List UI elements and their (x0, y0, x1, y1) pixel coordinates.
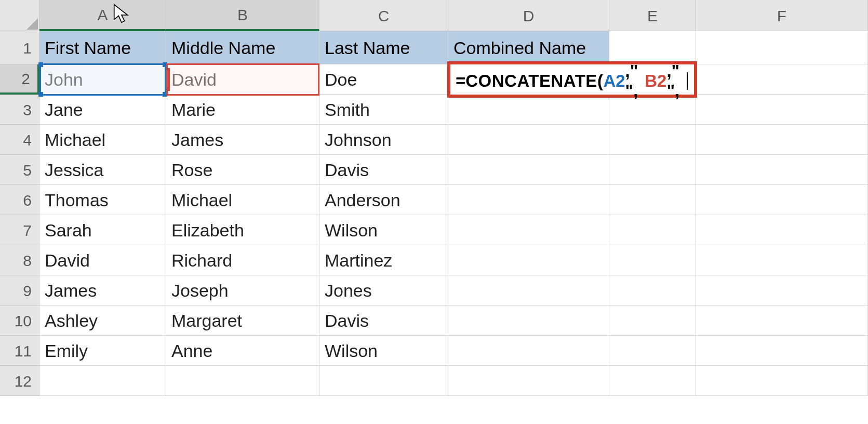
col-header-F[interactable]: F (696, 0, 868, 31)
cell-C4[interactable]: Johnson (319, 125, 448, 155)
row-header-11[interactable]: 11 (0, 336, 39, 366)
row-header-8[interactable]: 8 (0, 245, 39, 275)
cell-C2[interactable]: Doe (319, 64, 448, 95)
cell-B9[interactable]: Joseph (166, 275, 319, 306)
cell-E8[interactable] (609, 245, 696, 275)
cell-F3[interactable] (696, 95, 868, 125)
row-header-7[interactable]: 7 (0, 215, 39, 245)
formula-ref-B2: B2 (645, 71, 666, 91)
cell-A5[interactable]: Jessica (39, 155, 166, 185)
cell-E1[interactable] (609, 31, 696, 64)
formula-ref-A2: A2 (603, 71, 625, 91)
row-header-6[interactable]: 6 (0, 185, 39, 215)
cell-F7[interactable] (696, 215, 868, 245)
cell-C8[interactable]: Martinez (319, 245, 448, 275)
cell-B6[interactable]: Michael (166, 185, 319, 215)
cell-C9[interactable]: Jones (319, 275, 448, 306)
cell-B3[interactable]: Marie (166, 95, 319, 125)
formula-equals: = (456, 71, 465, 91)
cell-D8[interactable] (448, 245, 609, 275)
cell-F5[interactable] (696, 155, 868, 185)
text-caret-icon (687, 72, 688, 90)
cell-B2[interactable]: David (166, 64, 319, 95)
row-header-3[interactable]: 3 (0, 95, 39, 125)
cell-E6[interactable] (609, 185, 696, 215)
cell-A3[interactable]: Jane (39, 95, 166, 125)
cell-D4[interactable] (448, 125, 609, 155)
cell-C12[interactable] (319, 366, 448, 396)
cell-B7[interactable]: Elizabeth (166, 215, 319, 245)
cell-F6[interactable] (696, 185, 868, 215)
cell-F1[interactable] (696, 31, 868, 64)
col-header-C[interactable]: C (319, 0, 448, 31)
table-header-last-name[interactable]: Last Name (319, 31, 448, 64)
cell-A12[interactable] (39, 366, 166, 396)
cell-D12[interactable] (448, 366, 609, 396)
cell-B12[interactable] (166, 366, 319, 396)
cell-A9[interactable]: James (39, 275, 166, 306)
cell-E11[interactable] (609, 336, 696, 366)
col-header-D[interactable]: D (448, 0, 609, 31)
cell-B5[interactable]: Rose (166, 155, 319, 185)
row-header-9[interactable]: 9 (0, 275, 39, 306)
formula-sep1: ," ", (625, 61, 645, 101)
cell-A11[interactable]: Emily (39, 336, 166, 366)
row-header-10[interactable]: 10 (0, 306, 39, 336)
cell-F2[interactable] (696, 64, 868, 95)
cell-E4[interactable] (609, 125, 696, 155)
row-header-5[interactable]: 5 (0, 155, 39, 185)
cell-C6[interactable]: Anderson (319, 185, 448, 215)
cell-F12[interactable] (696, 366, 868, 396)
cell-D9[interactable] (448, 275, 609, 306)
spreadsheet-grid[interactable]: A B C D E F 1 2 3 4 5 6 7 8 9 10 11 12 F… (0, 0, 868, 424)
formula-edit-overlay[interactable]: = CONCATENATE( A2 ," ", B2 ," ", (447, 61, 697, 98)
select-all-corner[interactable] (0, 0, 39, 31)
row-header-2[interactable]: 2 (0, 64, 39, 95)
cell-B11[interactable]: Anne (166, 336, 319, 366)
cell-A4[interactable]: Michael (39, 125, 166, 155)
cell-E10[interactable] (609, 306, 696, 336)
table-header-combined-name[interactable]: Combined Name (448, 31, 609, 64)
table-header-first-name[interactable]: First Name (39, 31, 166, 64)
cell-C7[interactable]: Wilson (319, 215, 448, 245)
formula-sep2: ," ", (666, 61, 686, 101)
cell-A6[interactable]: Thomas (39, 185, 166, 215)
cell-B8[interactable]: Richard (166, 245, 319, 275)
cell-D3[interactable] (448, 95, 609, 125)
cell-B10[interactable]: Margaret (166, 306, 319, 336)
row-header-1[interactable]: 1 (0, 31, 39, 64)
cell-C10[interactable]: Davis (319, 306, 448, 336)
row-header-12[interactable]: 12 (0, 366, 39, 396)
cell-E12[interactable] (609, 366, 696, 396)
cell-E9[interactable] (609, 275, 696, 306)
row-header-4[interactable]: 4 (0, 125, 39, 155)
cell-C11[interactable]: Wilson (319, 336, 448, 366)
cell-C5[interactable]: Davis (319, 155, 448, 185)
cell-E7[interactable] (609, 215, 696, 245)
table-header-middle-name[interactable]: Middle Name (166, 31, 319, 64)
formula-function: CONCATENATE( (465, 71, 603, 91)
cell-A10[interactable]: Ashley (39, 306, 166, 336)
cell-C3[interactable]: Smith (319, 95, 448, 125)
cell-D11[interactable] (448, 336, 609, 366)
cell-A7[interactable]: Sarah (39, 215, 166, 245)
cell-A8[interactable]: David (39, 245, 166, 275)
cell-E5[interactable] (609, 155, 696, 185)
select-all-icon (26, 18, 38, 30)
cell-D6[interactable] (448, 185, 609, 215)
cell-F4[interactable] (696, 125, 868, 155)
cell-F8[interactable] (696, 245, 868, 275)
col-header-B[interactable]: B (166, 0, 319, 31)
cell-D5[interactable] (448, 155, 609, 185)
col-header-A[interactable]: A (39, 0, 166, 31)
col-header-E[interactable]: E (609, 0, 696, 31)
cell-D7[interactable] (448, 215, 609, 245)
cell-F9[interactable] (696, 275, 868, 306)
cell-F10[interactable] (696, 306, 868, 336)
cell-D10[interactable] (448, 306, 609, 336)
cell-A2[interactable]: John (39, 64, 166, 95)
cell-B4[interactable]: James (166, 125, 319, 155)
cell-F11[interactable] (696, 336, 868, 366)
